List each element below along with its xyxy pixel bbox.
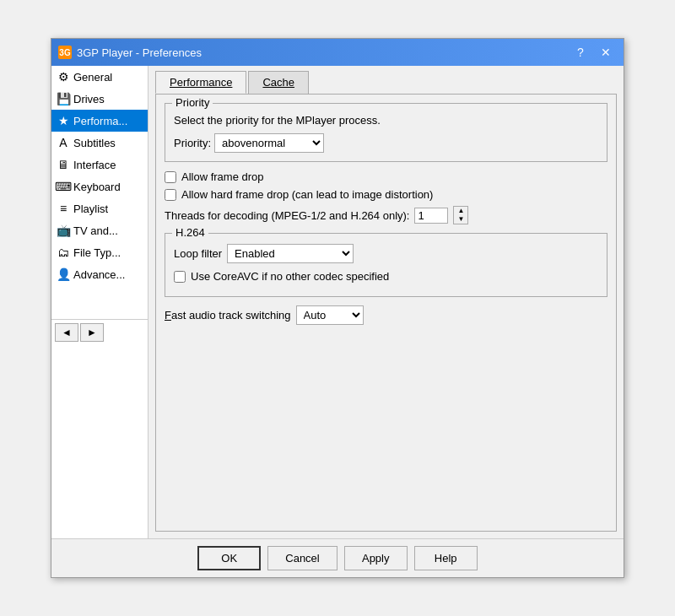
window-controls: ? ✕ <box>570 44 617 61</box>
interface-icon: 🖥 <box>57 158 70 171</box>
tab-cache-label: Cache <box>262 76 294 89</box>
loop-filter-label: Loop filter <box>174 247 222 260</box>
priority-label: Priority: <box>174 137 211 149</box>
frame-drop-label: Allow frame drop <box>181 170 264 183</box>
title-bar: 3G 3GP Player - Preferences ? ✕ <box>51 39 624 66</box>
frame-drop-checkbox[interactable] <box>165 171 176 183</box>
playlist-label: Playlist <box>73 203 108 215</box>
window-title: 3GP Player - Preferences <box>77 46 570 59</box>
tab-cache[interactable]: Cache <box>248 71 309 94</box>
sidebar-item-drives[interactable]: 💾Drives <box>51 88 148 110</box>
dialog-footer: OK Cancel Apply Help <box>51 538 624 577</box>
threads-input[interactable] <box>414 208 448 224</box>
general-label: General <box>73 71 112 84</box>
threads-row: Threads for decoding (MPEG-1/2 and H.264… <box>165 206 608 224</box>
drives-label: Drives <box>73 93 105 105</box>
hard-frame-drop-row: Allow hard frame drop (can lead to image… <box>165 188 608 201</box>
priority-group-label: Priority <box>172 96 213 109</box>
general-icon: ⚙ <box>57 70 70 84</box>
threads-down-button[interactable]: ▼ <box>454 215 467 224</box>
performance-icon: ★ <box>57 114 70 127</box>
sidebar-item-general[interactable]: ⚙General <box>51 66 148 88</box>
sidebar-prev-button[interactable]: ◄ <box>55 323 78 342</box>
priority-group-content: Select the priority for the MPlayer proc… <box>174 114 598 153</box>
help-button[interactable]: ? <box>570 44 591 61</box>
subtitles-label: Subtitles <box>73 137 116 149</box>
cancel-button[interactable]: Cancel <box>267 546 337 570</box>
performance-label: Performa... <box>73 115 127 127</box>
sidebar-nav: ◄ ► <box>51 319 148 345</box>
priority-select[interactable]: abovenormal low belownormal normal high … <box>214 133 324 153</box>
ok-button[interactable]: OK <box>197 546 261 570</box>
hard-frame-drop-checkbox[interactable] <box>165 189 176 201</box>
tab-performance[interactable]: Performance <box>155 71 246 94</box>
sidebar-next-button[interactable]: ► <box>80 323 104 342</box>
fast-audio-row: Fast audio track switching Auto Off Alwa… <box>165 305 608 325</box>
tvand-icon: 📺 <box>57 224 70 237</box>
content-area: Performance Cache Priority Select the pr… <box>148 66 624 538</box>
h264-group-content: Loop filter Enabled None Skip non-ref Sk… <box>174 244 598 283</box>
coreavc-row: Use CoreAVC if no other codec specified <box>174 270 598 283</box>
drives-icon: 💾 <box>57 92 70 105</box>
preferences-window: 3G 3GP Player - Preferences ? ✕ ⚙General… <box>51 38 624 578</box>
close-button[interactable]: ✕ <box>595 44 617 61</box>
coreavc-checkbox[interactable] <box>174 271 186 283</box>
sidebar-item-performance[interactable]: ★Performa... <box>51 110 148 132</box>
apply-button[interactable]: Apply <box>344 546 408 570</box>
h264-group: H.264 Loop filter Enabled None Skip non-… <box>165 233 608 297</box>
playlist-icon: ≡ <box>57 202 70 215</box>
sidebar: ⚙General💾Drives★Performa...ASubtitles🖥In… <box>51 66 148 538</box>
priority-group: Priority Select the priority for the MPl… <box>165 103 608 162</box>
sidebar-item-playlist[interactable]: ≡Playlist <box>51 197 148 219</box>
dialog-main: ⚙General💾Drives★Performa...ASubtitles🖥In… <box>51 66 624 538</box>
loop-filter-row: Loop filter Enabled None Skip non-ref Sk… <box>174 244 598 263</box>
priority-description: Select the priority for the MPlayer proc… <box>174 114 598 127</box>
sidebar-item-subtitles[interactable]: ASubtitles <box>51 132 148 154</box>
tabs: Performance Cache <box>148 66 624 94</box>
coreavc-label: Use CoreAVC if no other codec specified <box>191 270 389 283</box>
help-footer-button[interactable]: Help <box>414 546 478 570</box>
subtitles-icon: A <box>57 136 70 149</box>
keyboard-label: Keyboard <box>73 181 121 193</box>
hard-frame-drop-label: Allow hard frame drop (can lead to image… <box>181 188 433 201</box>
sidebar-item-keyboard[interactable]: ⌨Keyboard <box>51 176 148 197</box>
fast-audio-select[interactable]: Auto Off Always <box>296 305 364 325</box>
sidebar-item-advanced[interactable]: 👤Advance... <box>51 263 148 285</box>
loop-filter-select[interactable]: Enabled None Skip non-ref Skip bi-dir no… <box>227 244 354 263</box>
tvand-label: TV and... <box>73 224 118 237</box>
threads-up-button[interactable]: ▲ <box>454 207 467 215</box>
priority-row: Priority: abovenormal low belownormal no… <box>174 133 598 153</box>
h264-group-label: H.264 <box>172 226 208 239</box>
keyboard-icon: ⌨ <box>57 180 70 193</box>
tab-performance-label: Performance <box>170 76 232 89</box>
filetypes-icon: 🗂 <box>57 246 70 259</box>
interface-label: Interface <box>73 159 116 171</box>
advanced-label: Advance... <box>73 268 125 281</box>
tab-content: Priority Select the priority for the MPl… <box>155 94 617 532</box>
sidebar-item-interface[interactable]: 🖥Interface <box>51 154 148 176</box>
advanced-icon: 👤 <box>57 267 70 281</box>
sidebar-item-filetypes[interactable]: 🗂File Typ... <box>51 241 148 263</box>
fast-audio-label: Fast audio track switching <box>165 309 291 322</box>
sidebar-item-tvand[interactable]: 📺TV and... <box>51 219 148 241</box>
dialog-body: ⚙General💾Drives★Performa...ASubtitles🖥In… <box>51 66 624 577</box>
app-icon: 3G <box>58 46 72 59</box>
threads-label: Threads for decoding (MPEG-1/2 and H.264… <box>165 209 409 222</box>
filetypes-label: File Typ... <box>73 246 121 259</box>
frame-drop-row: Allow frame drop <box>165 170 608 183</box>
threads-spinner: ▲ ▼ <box>453 206 468 224</box>
